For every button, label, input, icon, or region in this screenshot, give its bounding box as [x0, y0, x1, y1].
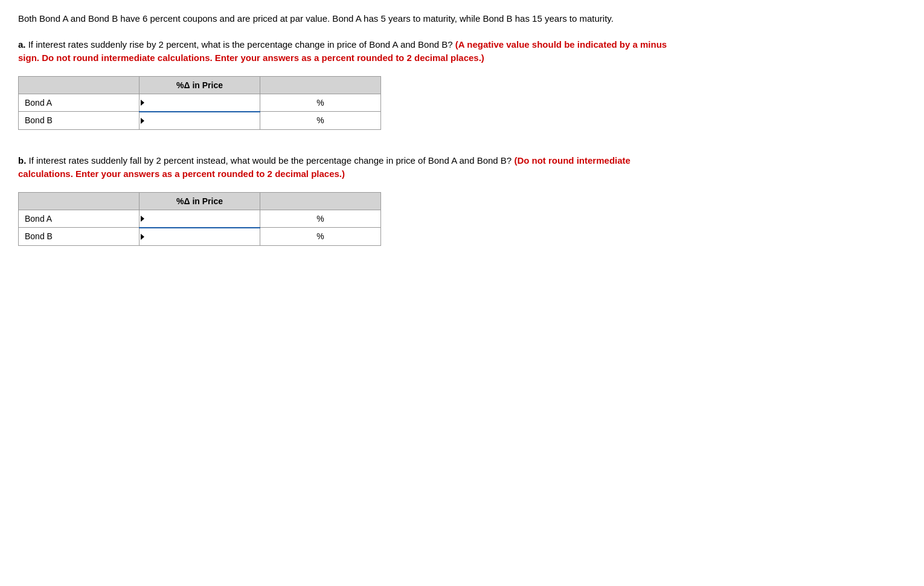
- section-b-text: b. If interest rates suddenly fall by 2 …: [18, 154, 682, 181]
- section-a-percent-bond-b: %: [260, 112, 381, 130]
- section-a-input-cell-bond-b[interactable]: [140, 112, 260, 130]
- section-b-unit-header: [260, 192, 381, 210]
- section-b: b. If interest rates suddenly fall by 2 …: [18, 154, 682, 246]
- section-a-label-bond-a: Bond A: [19, 94, 140, 112]
- section-a-question-normal: If interest rates suddenly rise by 2 per…: [28, 39, 453, 50]
- section-a-empty-header: [19, 76, 140, 94]
- section-a-unit-header: [260, 76, 381, 94]
- section-a-table: %Δ in Price Bond A % Bond B %: [18, 76, 381, 130]
- triangle-indicator-a1: [141, 100, 144, 106]
- section-a-row-bond-b: Bond B %: [19, 112, 381, 130]
- section-a-label: a.: [18, 39, 26, 50]
- section-b-percent-bond-b: %: [260, 228, 381, 246]
- section-b-question-normal-text: If interest rates suddenly fall by 2 per…: [29, 155, 512, 166]
- section-b-row-bond-b: Bond B %: [19, 228, 381, 246]
- section-b-input-bond-b[interactable]: [140, 228, 260, 245]
- section-a-input-bond-b[interactable]: [140, 112, 260, 129]
- section-a-input-cell-bond-a[interactable]: [140, 94, 260, 112]
- section-b-label: b.: [18, 155, 26, 166]
- section-b-label-bond-a: Bond A: [19, 210, 140, 228]
- section-a-percent-bond-a: %: [260, 94, 381, 112]
- section-a: a. If interest rates suddenly rise by 2 …: [18, 38, 682, 130]
- triangle-indicator-a2: [141, 118, 144, 124]
- section-a-row-bond-a: Bond A %: [19, 94, 381, 112]
- section-b-percent-bond-a: %: [260, 210, 381, 228]
- section-a-label-bond-b: Bond B: [19, 112, 140, 130]
- section-b-column-header: %Δ in Price: [140, 192, 260, 210]
- intro-paragraph: Both Bond A and Bond B have 6 percent co…: [18, 12, 682, 26]
- triangle-indicator-b2: [141, 234, 144, 240]
- triangle-indicator-b1: [141, 216, 144, 222]
- section-b-input-cell-bond-a[interactable]: [140, 210, 260, 228]
- section-b-table: %Δ in Price Bond A % Bond B %: [18, 192, 381, 246]
- section-b-input-cell-bond-b[interactable]: [140, 228, 260, 246]
- section-a-input-bond-a[interactable]: [140, 94, 260, 111]
- section-a-column-header: %Δ in Price: [140, 76, 260, 94]
- section-b-row-bond-a: Bond A %: [19, 210, 381, 228]
- section-b-label-bond-b: Bond B: [19, 228, 140, 246]
- section-a-text: a. If interest rates suddenly rise by 2 …: [18, 38, 682, 65]
- section-b-empty-header: [19, 192, 140, 210]
- section-b-input-bond-a[interactable]: [140, 210, 260, 227]
